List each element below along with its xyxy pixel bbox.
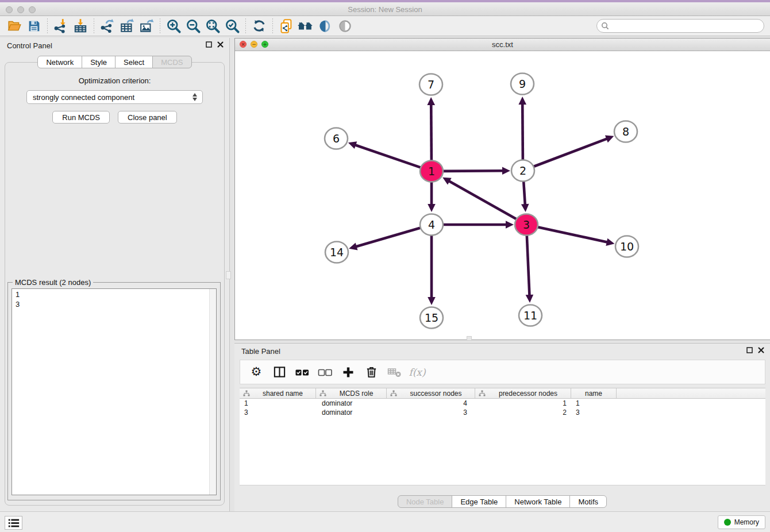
tab-node-table[interactable]: Node Table [398, 495, 453, 508]
import-network-button[interactable] [51, 17, 71, 34]
search-input[interactable] [596, 19, 764, 33]
table-panel: Table Panel ⚙ [234, 343, 770, 511]
delete-column-button[interactable] [361, 363, 382, 382]
graph-node-9[interactable]: 9 [511, 74, 534, 95]
edge-2-8[interactable] [533, 135, 614, 167]
checked-boxes-icon [295, 365, 310, 379]
graph-node-8[interactable]: 8 [614, 121, 637, 142]
graph-node-6[interactable]: 6 [325, 128, 348, 149]
splitter-grip-left[interactable] [226, 271, 231, 279]
graph-node-2[interactable]: 2 [511, 160, 534, 182]
import-table-icon [73, 18, 88, 33]
column-header-name[interactable]: name [571, 388, 617, 398]
deselect-all-rows-button[interactable] [315, 363, 336, 382]
task-history-button[interactable] [5, 516, 22, 530]
memory-button[interactable]: Memory [718, 515, 765, 529]
home-pair-icon [297, 18, 314, 33]
column-header-shared-name[interactable]: shared name [240, 388, 316, 398]
export-network-button[interactable] [98, 17, 117, 34]
table-settings-button[interactable]: ⚙ [246, 363, 267, 382]
control-tabs: NetworkStyleSelectMCDS [0, 56, 229, 68]
edge-3-1[interactable] [442, 178, 517, 219]
graph-node-10[interactable]: 10 [615, 236, 638, 257]
function-builder-button[interactable]: f(x) [407, 363, 428, 382]
graph-node-7[interactable]: 7 [419, 74, 442, 95]
table-row[interactable]: 3dominator323 [240, 408, 765, 417]
run-mcds-button[interactable]: Run MCDS [52, 111, 110, 124]
table-row[interactable]: 1dominator411 [240, 399, 765, 408]
export-image-button[interactable] [137, 17, 156, 34]
edge-1-4[interactable] [428, 182, 436, 212]
first-neighbors-button[interactable] [296, 17, 315, 34]
mcds-result-scrollbar[interactable] [209, 289, 216, 495]
tab-select[interactable]: Select [115, 56, 153, 68]
zoom-out-button[interactable] [183, 17, 203, 34]
tab-edge-table[interactable]: Edge Table [452, 495, 506, 508]
column-header-successor-nodes[interactable]: successor nodes [387, 388, 475, 398]
tab-network-table[interactable]: Network Table [506, 495, 570, 508]
graph-node-3[interactable]: 3 [515, 214, 538, 236]
zoom-fit-icon [205, 18, 221, 34]
splitter-grip-bottom[interactable] [467, 336, 472, 341]
edge-3-10[interactable] [537, 227, 615, 246]
column-label: shared name [250, 390, 315, 398]
mcds-result-line: 3 [16, 299, 213, 309]
tab-motifs[interactable]: Motifs [569, 495, 607, 508]
zoom-in-button[interactable] [164, 17, 183, 34]
app-window: Session: New Session [0, 0, 770, 532]
tab-style[interactable]: Style [82, 56, 116, 68]
show-columns-button[interactable] [269, 363, 290, 382]
window-title: Session: New Session [0, 5, 770, 14]
column-header-MCDS-role[interactable]: MCDS role [316, 388, 387, 398]
mcds-result-line: 1 [16, 290, 213, 299]
edge-4-3[interactable] [442, 221, 514, 229]
graph-node-4[interactable]: 4 [420, 214, 443, 236]
open-file-button[interactable] [5, 17, 24, 34]
export-table-button[interactable] [117, 17, 137, 34]
svg-text:15: 15 [425, 311, 438, 324]
graph-node-15[interactable]: 15 [420, 307, 443, 329]
tab-network[interactable]: Network [37, 56, 82, 68]
edge-4-15[interactable] [428, 236, 436, 305]
apply-layout-button[interactable] [276, 17, 296, 34]
close-panel-button[interactable]: Close panel [118, 111, 177, 124]
graph-node-14[interactable]: 14 [325, 242, 348, 263]
save-session-button[interactable] [24, 17, 44, 34]
edge-1-7[interactable] [427, 97, 435, 160]
toolbar-separator [245, 18, 246, 33]
mcds-result-area[interactable]: 13 [11, 288, 217, 495]
network-canvas[interactable]: 1234678910111415 [235, 51, 769, 340]
svg-text:11: 11 [523, 309, 537, 322]
node-table-body: 1dominator4113dominator323 [240, 399, 765, 417]
toolbar-separator [47, 18, 48, 33]
zoom-fit-button[interactable] [203, 17, 222, 34]
float-panel-icon[interactable] [206, 41, 212, 48]
import-table-button[interactable] [71, 17, 90, 34]
column-header-predecessor-nodes[interactable]: predecessor nodes [475, 388, 571, 398]
edge-1-6[interactable] [348, 141, 421, 168]
delete-table-button[interactable] [384, 363, 405, 382]
edge-4-14[interactable] [349, 228, 421, 250]
create-column-button[interactable] [338, 363, 359, 382]
table-cell: 2 [475, 408, 571, 417]
zoom-selected-button[interactable] [222, 17, 242, 34]
dropdown-stepper-icon [192, 93, 197, 101]
edge-2-3[interactable] [521, 182, 529, 212]
criterion-dropdown[interactable]: strongly connected component [26, 90, 203, 104]
close-panel-icon[interactable] [217, 41, 224, 48]
svg-text:3: 3 [523, 218, 530, 231]
refresh-button[interactable] [249, 17, 269, 34]
edge-3-11[interactable] [526, 236, 534, 303]
table-cell: dominator [316, 408, 387, 417]
graph-node-1[interactable]: 1 [420, 161, 443, 182]
float-table-panel-icon[interactable] [746, 347, 753, 353]
tree-icon [390, 388, 397, 399]
edge-1-2[interactable] [442, 167, 510, 175]
select-all-rows-button[interactable] [292, 363, 313, 382]
hide-selected-button[interactable] [335, 17, 355, 34]
graph-node-11[interactable]: 11 [519, 305, 542, 326]
tab-mcds[interactable]: MCDS [152, 56, 191, 68]
edge-2-9[interactable] [518, 97, 526, 160]
apply-style-button[interactable] [315, 17, 335, 34]
close-table-panel-icon[interactable] [758, 347, 764, 353]
